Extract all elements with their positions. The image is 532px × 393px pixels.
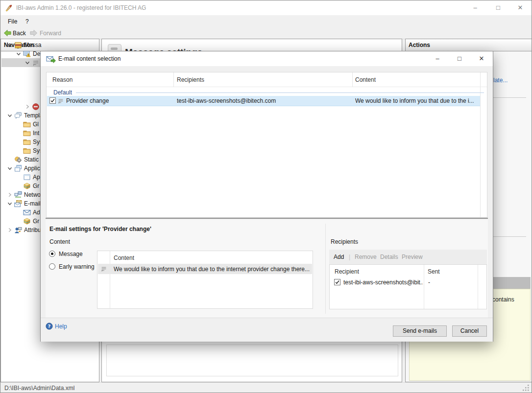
dialog-maximize-button[interactable]: □ [451,51,468,66]
cell-sent: - [428,279,430,286]
chevron-down-icon[interactable] [5,165,14,172]
recipient-row[interactable]: test-ibi-aws-screenshots@ibit... - [330,277,487,287]
column-header-sent[interactable]: Sent [428,268,440,275]
dialog-minimize-button[interactable]: – [429,51,446,66]
column-header-content[interactable]: Content [355,76,376,83]
chevron-right-icon[interactable] [23,103,32,110]
app-icon [5,4,13,12]
reasons-table: Reason Recipients Content Default Provid… [46,72,487,218]
recipients-table: Recipient Sent test-ibi-aws-screenshots@… [329,264,487,309]
content-list: Content We would like to inform you that… [97,251,313,309]
sidebar-item-label: Int [33,130,39,137]
sidebar-item-label: E-mail [24,200,41,207]
sidebar-item-label: Gr [33,183,39,189]
applications-icon [14,164,22,172]
dialog-titlebar: E-mail content selection – □ ✕ [41,51,493,66]
back-button[interactable]: Back [13,28,26,39]
help-link[interactable]: Help [55,323,67,330]
radio-early-warning[interactable] [49,263,55,270]
send-emails-button[interactable]: Send e-mails [393,325,447,337]
group-box-icon [23,182,31,190]
forbidden-icon [32,103,40,111]
dialog-footer: Help Send e-mails Cancel [41,318,493,342]
messages-icon [14,41,22,49]
static-gear-icon [14,156,22,163]
actions-partial-link[interactable]: late... [493,77,508,84]
add-button[interactable]: Add [334,254,344,260]
radio-early-warning-label[interactable]: Early warning [59,263,95,270]
email-content-selection-dialog: E-mail content selection – □ ✕ Reason Re… [40,51,493,342]
folder-icon [23,129,31,137]
forward-button[interactable]: Forward [40,28,61,39]
sidebar-item-label: Applic [24,165,40,172]
chevron-right-icon[interactable] [5,191,14,198]
content-list-row[interactable]: We would like to inform you that due to … [98,264,312,274]
menu-file[interactable]: File [5,15,20,28]
cell-recipient: test-ibi-aws-screenshots@ibit... [343,279,423,286]
column-divider [110,251,110,308]
help-icon [46,323,53,330]
sidebar-item-label: Static [24,156,39,163]
cell-content: We would like to inform you that due to … [355,97,479,104]
content-group-label: Content [49,238,70,245]
cell-reason: Provider change [66,97,109,104]
message-icon [100,265,107,272]
preview-button[interactable]: Preview [402,254,423,260]
settings-heading: E-mail settings for 'Provider change' [49,226,151,232]
radio-message-label[interactable]: Message [59,251,83,257]
column-divider[interactable] [173,72,174,87]
table-row[interactable]: Provider change test-ibi-aws-screenshots… [47,96,480,106]
group-divider [325,224,326,314]
chevron-down-icon[interactable] [5,42,14,48]
content-box [106,345,398,376]
toolbar [0,28,532,39]
chevron-right-icon[interactable] [5,227,14,233]
recipients-group-label: Recipients [331,238,358,245]
sidebar-item-label: Ad [33,209,40,216]
splitter[interactable] [46,218,488,219]
forward-arrow-icon [30,29,37,37]
chevron-down-icon[interactable] [14,50,23,57]
maximize-button[interactable]: □ [490,0,507,15]
chevron-down-icon[interactable] [5,112,14,119]
group-box-icon [23,217,31,225]
details-button[interactable]: Details [380,254,398,260]
email-send-icon [46,55,56,63]
templates-icon [14,112,22,119]
column-header-recipients[interactable]: Recipients [177,76,204,83]
menu-help[interactable]: ? [23,15,32,28]
row-checkbox[interactable] [49,97,56,104]
column-header-recipient[interactable]: Recipient [335,268,359,275]
column-divider[interactable] [352,72,353,87]
close-button[interactable]: ✕ [512,0,529,15]
cancel-button[interactable]: Cancel [452,325,487,337]
column-header-reason[interactable]: Reason [52,76,73,83]
recipient-checkbox[interactable] [334,279,340,285]
dialog-title: E-mail content selection [58,51,121,66]
remove-button[interactable]: Remove [355,254,377,260]
sidebar-item-messages[interactable]: Messa [1,41,102,49]
app-window: IBI-aws Admin 1.26.0 - registered for IB… [0,0,532,393]
header-divider [47,87,487,87]
sidebar-item-label: Gr [33,218,39,225]
application-icon [23,173,31,181]
resize-grip[interactable] [522,384,530,392]
note-partial-text: contains [492,296,514,303]
sidebar-item-label: Messa [24,42,41,48]
deactivation-monitor-icon [23,50,31,58]
menu-bar [0,15,532,28]
group-header-line [76,92,484,93]
sidebar-item-label: Gl [33,121,39,128]
settings-section: E-mail settings for 'Provider change' Co… [46,220,488,318]
chevron-down-icon[interactable] [23,59,32,66]
content-list-header[interactable]: Content [114,254,134,261]
message-icon [32,59,40,67]
group-header[interactable]: Default [53,89,72,96]
column-divider[interactable] [480,72,481,217]
chevron-down-icon[interactable] [5,200,14,207]
radio-message[interactable] [49,251,55,257]
status-path: D:\IBI-aws\Admin\Data.xml [4,385,74,392]
dialog-close-button[interactable]: ✕ [473,51,490,66]
minimize-button[interactable]: – [467,0,484,15]
sidebar-item-label: Attribu [24,227,41,233]
